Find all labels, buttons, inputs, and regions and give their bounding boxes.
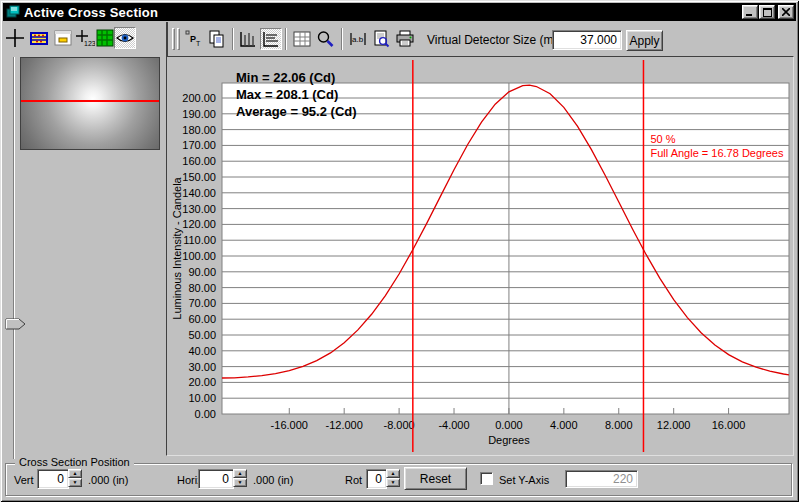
- horiz-spin-down[interactable]: ▼: [233, 478, 247, 487]
- y-tick-label: 100.00: [182, 250, 216, 262]
- marker-annotation: Full Angle = 16.78 Degrees: [650, 147, 784, 159]
- y-tick-label: 110.00: [183, 234, 216, 246]
- cross-section-line[interactable]: [21, 100, 159, 102]
- x-tick-label: 8.000: [605, 419, 633, 431]
- app-icon: [6, 5, 20, 19]
- cross-section-chart[interactable]: 0.0010.0020.0030.0040.0050.0060.0070.008…: [167, 57, 793, 455]
- detector-size-label: Virtual Detector Size (mm): [427, 33, 567, 47]
- x-tick-label: 4.000: [550, 419, 578, 431]
- titlebar[interactable]: Active Cross Section: [3, 3, 796, 21]
- x-tick-label: -8.000: [384, 419, 415, 431]
- close-button[interactable]: [778, 5, 794, 19]
- crosshair-icon[interactable]: [4, 27, 26, 49]
- set-y-axis-checkbox[interactable]: [480, 472, 493, 485]
- vert-spin-up[interactable]: ▲: [68, 469, 82, 478]
- horiz-spinner[interactable]: ▲ ▼: [233, 469, 247, 487]
- print-preview-icon[interactable]: [370, 28, 392, 50]
- x-tick-label: -16.000: [271, 419, 308, 431]
- copy-icon[interactable]: [206, 28, 228, 50]
- table-icon[interactable]: [291, 28, 313, 50]
- x-tick-label: -12.000: [326, 419, 363, 431]
- annotate-icon[interactable]: a.b: [347, 28, 369, 50]
- group-label: Cross Section Position: [15, 456, 134, 468]
- rot-spinner[interactable]: ▲ ▼: [386, 469, 400, 487]
- vertical-profile-icon[interactable]: [237, 28, 259, 50]
- set-y-axis-label: Set Y-Axis: [499, 474, 549, 486]
- y-tick-label: 50.00: [188, 329, 216, 341]
- y-tick-label: 60.00: [188, 313, 216, 325]
- coordinate-readout-icon[interactable]: 123: [74, 27, 96, 49]
- y-tick-label: 30.00: [188, 361, 216, 373]
- y-tick-label: 80.00: [188, 282, 216, 294]
- zoom-icon[interactable]: [314, 28, 336, 50]
- y-tick-label: 20.00: [188, 376, 216, 388]
- y-tick-label: 120.00: [182, 218, 216, 230]
- stats-annotation: Average = 95.2 (Cd): [236, 104, 357, 119]
- y-tick-label: 140.00: [182, 187, 216, 199]
- minimize-button[interactable]: [742, 5, 758, 19]
- rot-input[interactable]: [366, 469, 387, 489]
- marker-annotation: 50 %: [650, 133, 675, 145]
- y-axis-title: Luminous Intensity - Candela: [171, 176, 183, 319]
- active-cross-section-window: Active Cross Section 123: [0, 0, 799, 502]
- pane-divider: [166, 22, 168, 56]
- print-icon[interactable]: [394, 28, 416, 50]
- x-tick-label: 16.000: [712, 419, 746, 431]
- chart-pane: 0.0010.0020.0030.0040.0050.0060.0070.008…: [166, 56, 794, 456]
- toolbar-gripper[interactable]: [177, 28, 180, 50]
- profile-pt-icon[interactable]: P T: [183, 28, 205, 50]
- y-tick-label: 10.00: [188, 392, 216, 404]
- y-axis-max-field[interactable]: 220: [565, 470, 638, 488]
- toolbar-separator: [341, 28, 343, 50]
- detector-size-input[interactable]: [552, 30, 622, 50]
- svg-text:123: 123: [84, 40, 95, 47]
- position-slider-track[interactable]: [13, 57, 15, 459]
- horizontal-profile-icon[interactable]: [260, 28, 282, 50]
- stats-annotation: Max = 208.1 (Cd): [236, 87, 338, 102]
- svg-text:a.b: a.b: [352, 35, 364, 44]
- y-tick-label: 160.00: [182, 155, 216, 167]
- x-axis-title: Degrees: [488, 434, 530, 446]
- x-tick-label: 0.000: [495, 419, 523, 431]
- toolbar-gripper[interactable]: [172, 28, 175, 50]
- vert-input[interactable]: [37, 469, 69, 489]
- toolbar-separator: [232, 28, 234, 50]
- y-tick-label: 70.00: [188, 297, 216, 309]
- eye-icon[interactable]: [114, 27, 136, 49]
- image-window-icon[interactable]: [53, 27, 73, 49]
- y-tick-label: 180.00: [182, 124, 216, 136]
- vert-spinner[interactable]: ▲ ▼: [68, 469, 82, 487]
- horiz-unit: .000 (in): [253, 474, 293, 486]
- toolbar-separator: [285, 28, 287, 50]
- vert-label: Vert: [14, 474, 34, 486]
- position-slider-thumb[interactable]: [5, 318, 27, 330]
- reset-button[interactable]: Reset: [404, 467, 467, 490]
- stats-annotation: Min = 22.06 (Cd): [236, 70, 335, 85]
- y-tick-label: 0.00: [195, 408, 216, 420]
- rot-spin-up[interactable]: ▲: [386, 469, 400, 478]
- horiz-input[interactable]: [198, 469, 234, 489]
- y-tick-label: 170.00: [182, 139, 216, 151]
- horiz-spin-up[interactable]: ▲: [233, 469, 247, 478]
- color-grid-icon[interactable]: [95, 27, 115, 49]
- maximize-button[interactable]: [759, 5, 775, 19]
- x-tick-label: 12.000: [657, 419, 691, 431]
- x-tick-label: -4.000: [438, 419, 469, 431]
- rot-label: Rot: [345, 474, 362, 486]
- y-tick-label: 190.00: [182, 108, 216, 120]
- y-tick-label: 130.00: [182, 203, 216, 215]
- vert-unit: .000 (in): [88, 474, 128, 486]
- apply-button[interactable]: Apply: [626, 30, 663, 51]
- svg-text:T: T: [196, 40, 201, 47]
- vert-spin-down[interactable]: ▼: [68, 478, 82, 487]
- y-tick-label: 40.00: [188, 345, 216, 357]
- y-tick-label: 200.00: [182, 92, 216, 104]
- detector-array-icon[interactable]: [28, 27, 50, 49]
- window-title: Active Cross Section: [24, 5, 158, 20]
- rot-spin-down[interactable]: ▼: [386, 478, 400, 487]
- y-tick-label: 150.00: [182, 171, 216, 183]
- beam-image-thumbnail[interactable]: [20, 57, 160, 150]
- y-tick-label: 90.00: [188, 266, 216, 278]
